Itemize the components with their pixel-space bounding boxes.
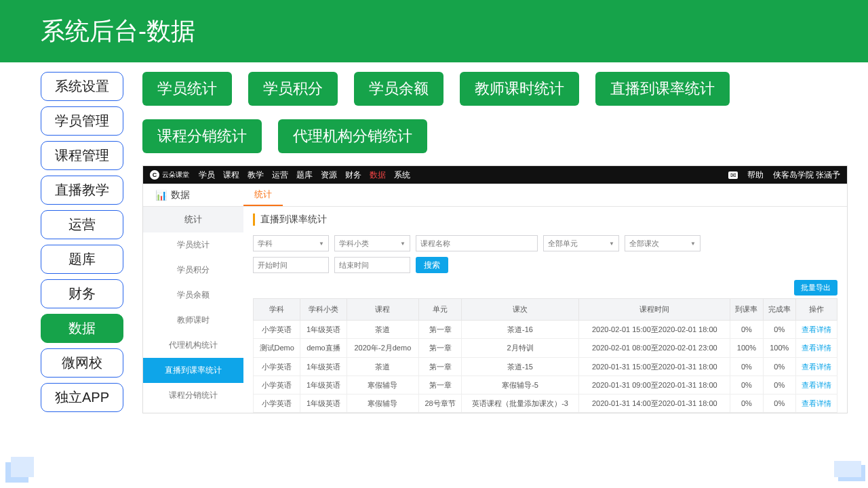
- app-logo: C云朵课堂: [150, 170, 189, 180]
- top-nav-7[interactable]: 数据: [370, 169, 386, 181]
- view-detail-link[interactable]: 查看详情: [802, 381, 831, 389]
- filter-lesson[interactable]: 全部课次: [625, 235, 701, 251]
- app-topbar: C云朵课堂 学员课程教学运营题库资源财务数据系统 ✉ 帮助 侠客岛学院 张涵予: [143, 166, 847, 184]
- tag-2[interactable]: 学员余额: [354, 72, 443, 106]
- table-row: 测试Demodemo直播2020年-2月demo第一章2月特训2020-02-0…: [254, 339, 837, 357]
- user-info[interactable]: 侠客岛学院 张涵予: [773, 169, 840, 181]
- side-nav-8[interactable]: 微网校: [41, 348, 123, 378]
- decoration-squares-right: [838, 465, 865, 481]
- col-header: 课程时间: [579, 299, 730, 321]
- filter-unit[interactable]: 全部单元: [543, 235, 619, 251]
- left-item-3[interactable]: 教师课时: [143, 308, 243, 333]
- view-detail-link[interactable]: 查看详情: [802, 344, 831, 352]
- top-nav-1[interactable]: 课程: [223, 169, 239, 181]
- left-item-1[interactable]: 学员积分: [143, 258, 243, 283]
- side-nav-3[interactable]: 直播教学: [41, 176, 123, 205]
- col-header: 学科小类: [300, 299, 347, 321]
- decoration-squares-left: [5, 462, 28, 483]
- top-nav-0[interactable]: 学员: [199, 169, 215, 181]
- page-header: 系统后台-数据: [0, 0, 868, 62]
- top-nav: 学员课程教学运营题库资源财务数据系统: [199, 169, 410, 181]
- tag-0[interactable]: 学员统计: [142, 72, 232, 106]
- col-header: 课次: [461, 299, 579, 321]
- search-button[interactable]: 搜索: [416, 257, 448, 273]
- col-header: 完成率: [763, 299, 795, 321]
- side-nav-6[interactable]: 财务: [41, 279, 123, 308]
- top-nav-6[interactable]: 财务: [345, 169, 361, 181]
- table-row: 小学英语1年级英语茶道第一章茶道-162020-02-01 15:00至2020…: [254, 321, 837, 339]
- side-nav-5[interactable]: 题库: [41, 245, 123, 274]
- left-item-4[interactable]: 代理机构统计: [143, 333, 243, 358]
- tag-4[interactable]: 直播到课率统计: [595, 72, 730, 106]
- outer-sidebar: 系统设置学员管理课程管理直播教学运营题库财务数据微网校独立APP: [41, 72, 123, 413]
- col-header: 单元: [419, 299, 461, 321]
- side-nav-7[interactable]: 数据: [41, 314, 123, 343]
- col-header: 课程: [347, 299, 419, 321]
- left-item-5[interactable]: 直播到课率统计: [143, 358, 243, 383]
- filter-end-time[interactable]: 结束时间: [334, 257, 410, 273]
- top-nav-5[interactable]: 资源: [321, 169, 337, 181]
- filter-start-time[interactable]: 开始时间: [253, 257, 329, 273]
- tab-statistics[interactable]: 统计: [243, 184, 283, 206]
- side-nav-2[interactable]: 课程管理: [41, 141, 123, 170]
- data-table: 学科学科小类课程单元课次课程时间到课率完成率操作 小学英语1年级英语茶道第一章茶…: [253, 298, 837, 413]
- top-nav-3[interactable]: 运营: [272, 169, 288, 181]
- filter-course-name[interactable]: 课程名称: [416, 235, 538, 251]
- top-nav-4[interactable]: 题库: [296, 169, 313, 181]
- help-link[interactable]: 帮助: [747, 169, 764, 181]
- side-nav-9[interactable]: 独立APP: [41, 383, 123, 412]
- module-title: 📊 数据: [143, 184, 243, 206]
- page-title: 系统后台-数据: [41, 15, 827, 48]
- tag-5[interactable]: 课程分销统计: [142, 119, 262, 153]
- view-detail-link[interactable]: 查看详情: [802, 363, 831, 371]
- tag-6[interactable]: 代理机构分销统计: [278, 119, 427, 153]
- stat-tags: 学员统计学员积分学员余额教师课时统计直播到课率统计课程分销统计代理机构分销统计: [142, 72, 848, 153]
- table-row: 小学英语1年级英语茶道第一章茶道-152020-01-31 15:00至2020…: [254, 357, 837, 375]
- left-item-6[interactable]: 课程分销统计: [143, 383, 243, 408]
- bar-chart-icon: 📊: [155, 190, 167, 201]
- view-detail-link[interactable]: 查看详情: [802, 325, 831, 333]
- tag-3[interactable]: 教师课时统计: [460, 72, 579, 106]
- left-item-2[interactable]: 学员余额: [143, 283, 243, 308]
- side-nav-4[interactable]: 运营: [41, 210, 123, 239]
- left-menu-header: 统计: [143, 207, 243, 232]
- left-menu: 学员统计学员积分学员余额教师课时代理机构统计直播到课率统计课程分销统计: [143, 232, 243, 408]
- admin-panel-screenshot: C云朵课堂 学员课程教学运营题库资源财务数据系统 ✉ 帮助 侠客岛学院 张涵予 …: [142, 165, 848, 413]
- view-detail-link[interactable]: 查看详情: [802, 399, 831, 407]
- col-header: 到课率: [730, 299, 763, 321]
- col-header: 操作: [795, 299, 837, 321]
- left-item-0[interactable]: 学员统计: [143, 232, 243, 258]
- top-nav-8[interactable]: 系统: [394, 169, 410, 181]
- table-row: 小学英语1年级英语寒假辅导第一章寒假辅导-52020-01-31 09:00至2…: [254, 375, 837, 394]
- bulk-export-button[interactable]: 批量导出: [794, 280, 837, 296]
- side-nav-0[interactable]: 系统设置: [41, 72, 123, 101]
- table-row: 小学英语1年级英语寒假辅导28号章节英语课程（批量添加课次）-32020-01-…: [254, 394, 837, 413]
- tag-1[interactable]: 学员积分: [248, 72, 338, 106]
- filter-subject-sub[interactable]: 学科小类: [334, 235, 410, 251]
- side-nav-1[interactable]: 学员管理: [41, 106, 123, 136]
- top-nav-2[interactable]: 教学: [248, 169, 264, 181]
- col-header: 学科: [254, 299, 300, 321]
- content-title: 直播到课率统计: [253, 214, 837, 226]
- mail-icon[interactable]: ✉: [728, 171, 738, 179]
- filter-subject[interactable]: 学科: [253, 235, 329, 251]
